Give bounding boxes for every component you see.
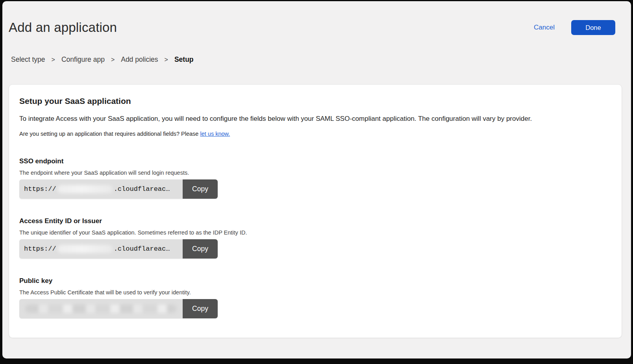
breadcrumb-separator: > <box>111 56 115 63</box>
copy-button[interactable]: Copy <box>183 299 218 318</box>
copy-button[interactable]: Copy <box>183 179 218 199</box>
field-description: The endpoint where your SaaS application… <box>19 170 611 176</box>
cancel-button[interactable]: Cancel <box>534 24 555 31</box>
breadcrumb: Select type > Configure app > Add polici… <box>11 55 631 64</box>
card-heading: Setup your SaaS application <box>19 96 611 106</box>
value-bar: https:// .cloudflareac… Copy <box>19 239 218 259</box>
access-entity-id-value[interactable]: https:// .cloudflareac… <box>19 239 183 259</box>
breadcrumb-item-setup: Setup <box>174 55 194 64</box>
field-access-entity-id: Access Entity ID or Issuer The unique id… <box>19 217 611 259</box>
redacted-value <box>57 245 113 253</box>
value-suffix: .cloudflareac… <box>114 245 170 253</box>
card-intro: To integrate Access with your SaaS appli… <box>19 115 611 123</box>
field-public-key: Public key The Access Public Certificate… <box>19 277 611 318</box>
page-header: Add an application Cancel Done <box>2 1 631 35</box>
breadcrumb-item-add-policies[interactable]: Add policies <box>121 55 158 64</box>
page-title: Add an application <box>9 20 117 35</box>
setup-card: Setup your SaaS application To integrate… <box>9 84 622 338</box>
field-label: Access Entity ID or Issuer <box>19 217 611 225</box>
breadcrumb-separator: > <box>52 56 55 63</box>
field-label: Public key <box>19 277 611 285</box>
value-suffix: .cloudflareac… <box>114 185 170 193</box>
value-bar: https:// .cloudflareac… Copy <box>19 179 218 199</box>
let-us-know-link[interactable]: let us know. <box>200 131 230 137</box>
sso-endpoint-value[interactable]: https:// .cloudflareac… <box>19 179 183 199</box>
public-key-value[interactable] <box>19 299 183 318</box>
note-text: Are you setting up an application that r… <box>19 131 200 137</box>
app-window: Add an application Cancel Done Select ty… <box>2 1 631 358</box>
redacted-value <box>57 185 113 193</box>
screenshot-frame: Add an application Cancel Done Select ty… <box>0 0 633 364</box>
field-description: The unique identifier of your SaaS appli… <box>19 229 611 236</box>
field-sso-endpoint: SSO endpoint The endpoint where your Saa… <box>19 157 611 199</box>
header-actions: Cancel Done <box>534 20 615 35</box>
breadcrumb-item-select-type[interactable]: Select type <box>11 55 45 64</box>
value-prefix: https:// <box>24 245 56 253</box>
field-label: SSO endpoint <box>19 157 611 165</box>
copy-button[interactable]: Copy <box>183 239 218 259</box>
field-description: The Access Public Certificate that will … <box>19 289 611 296</box>
value-prefix: https:// <box>24 185 56 193</box>
redacted-value <box>25 305 176 313</box>
additional-fields-note: Are you setting up an application that r… <box>19 131 611 137</box>
value-bar: Copy <box>19 299 218 318</box>
breadcrumb-separator: > <box>165 56 168 63</box>
done-button[interactable]: Done <box>571 20 615 35</box>
breadcrumb-item-configure-app[interactable]: Configure app <box>61 55 105 64</box>
